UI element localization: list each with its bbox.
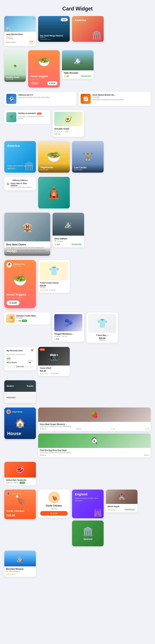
vegetarian-card[interactable]: 🥗 Vegetarian 326 People [38,141,70,172]
table-mountain-name: Table Mountain [64,72,92,74]
tshirt-sale-price: $20.00 [88,337,116,339]
grekelyn-card[interactable]: 🍜 Grekelyn Foodie Ways 30 Minute ★ 4.4 F… [4,312,50,324]
temple-icon: 🛕 [47,186,61,200]
vallencia-title: Vallencia win 5-0 [18,94,49,96]
grilled-card[interactable]: 🥩 Grilled Park Tenderolin 50 Minute 400 … [4,462,36,485]
stock-text: Lorem Ipsum is simply dummy text of the … [92,99,123,101]
hotel-image: ♡ [4,16,36,32]
modern-card[interactable]: Modern Ruistic Minimalist [4,380,36,403]
vallencia-card[interactable]: ⚽ Vallencia win 5-0 Lorem Ipsum is simpl… [4,92,76,106]
camera-title: Canon DSLR [40,367,68,369]
holiday-thumb: 🌴 [6,112,16,122]
user-avatar: 👨 [7,262,12,268]
house-avatar: 👤 [6,410,11,414]
mountain-rinopus-card[interactable]: ⛰️ Mountain Rinopus 📍 United Kingdom ★★★… [4,550,36,577]
roast-veggies-card[interactable]: 🥗 Roast Veggies Super Carb 255 Cal $ 15.… [28,50,60,88]
hotel-card[interactable]: ♡ Jewe Marriot Hotel ★★★★ 3.4 Ratings Gr… [4,16,36,46]
roast-phone-image: 🥗 [4,270,36,291]
grilled-time: 50 Minute [6,482,12,484]
hotel-big-image: 🏨 [4,213,50,241]
camera-rating: 4.0 [51,373,53,374]
vallencia-text: Lorem Ipsum is simply dummy text of the … [18,96,49,98]
spanyol-card: 🏛️ Spanyol [72,520,104,546]
house-card[interactable]: 🏠 👤 Inkiger Realty House [4,408,36,439]
home-made-image: 🍓 [38,408,151,422]
garlic-light-image: 🍗 [48,492,60,503]
sea-hotel-title: Sea Hotel Merge Warriot [40,34,68,37]
delivery-address-card: Delivery Address 🏠 Home, Main & Other Ad… [4,177,36,190]
tshirt-sale-title: T-Shirt Man ... [88,334,116,336]
ama-dablam-image: ⛰️ [53,213,84,236]
roast-phone-price: $ 15.00 [7,300,20,305]
pin-icon: 📍 [54,240,56,242]
avocado-image: 🥑 [54,112,82,126]
grekelyn-rating: 4.4 [19,320,21,322]
home-made-card[interactable]: 🍓 Home Made Yougurt Blueberry ... Lorem … [38,408,151,431]
balance-label: Balance [28,360,34,362]
hotel-per-night: per night [29,43,34,44]
sea-hotel-card[interactable]: View Sea Hotel Merge Warriot Maldives 12… [38,16,70,42]
yogurt-time: 20 Minute [54,336,61,337]
mount-papua-card[interactable]: 🏰 Mount Papua ★★★★★ Discount 11% [106,490,137,512]
avocado-cal: 150 Cal [54,133,82,135]
stock-market-card[interactable]: 📈 Stock Market Bullish Up... 12/11/2020 … [79,92,151,106]
america-blue-card: America Simple and powerfull apps hybrid… [4,141,36,172]
garlic-dark-avatar: 👤 [6,491,11,496]
fried-rice-card[interactable]: 🍳 ▶ Fried Rice Egg Ricas Easy Steps Lore… [38,434,151,458]
tshirt-anime-card[interactable]: 👕 T-Shirt Anime Casual $16.00 Standard ★… [38,260,70,293]
delivery-main: Home, Main & Other Address [11,182,34,186]
fried-rice-cal: 400 Cal [144,454,149,456]
hotel-big-label: Hotel [7,249,48,254]
low-cardio-card[interactable]: 🏋️ Low Cardio 525 People [72,141,104,172]
grilled-tag: Food [20,482,25,484]
ama-dablam-location: Tanzania [57,240,63,242]
edit-profile-button[interactable]: Edit Profile [7,365,34,368]
healthy-food-title: Healthy Food [6,76,24,78]
house-label: House [7,431,21,436]
expiry-label: Expiry [7,356,11,358]
holiday-text: Lorem Ipsum is simply dummy text of the … [18,116,48,120]
camera-card[interactable]: 📷 15% Canon DSLR $10.00 ★★★★★ 4.0 40 Sal… [38,347,70,376]
hotel-big-overlay: Hotel [4,246,50,256]
england-card: England Simple and powerfull apps hybrid… [72,490,104,518]
grilled-image: 🥩 [4,462,36,478]
yogurt-card[interactable]: 🫐 Yougurt Blueberry ... 20 Minute 100 Ca… [53,312,84,342]
tshirt-anime-rating: 4.6 [51,289,53,291]
low-cardio-overlay: Low Cardio 525 People [72,164,104,172]
personal-card-title: My Personal Card [7,350,22,352]
home-made-time: 20 Minute [40,428,46,430]
tshirt-anime-price: $16.00 [40,284,68,287]
user-sub: Super Cook [13,265,25,267]
roast-phone-card[interactable]: 👨 Matthew Wia Super Cook 🥗 Roast Veggies… [4,260,36,308]
tshirt-sale-card[interactable]: 👕 T-Shirt Man ... $20.00 216 Sale [86,312,118,343]
play-button[interactable]: ▶ [92,438,97,443]
name-label: Name [7,360,17,362]
garlic-light-card[interactable]: 🍗 Garlic Chicken 300 Cal $ 15.00 [38,490,70,518]
vallencia-thumb: ⚽ [6,94,16,104]
hotel-stars: ★★★★ [6,36,34,38]
modern-label: Modern [7,385,14,387]
america-blue-title: America [7,144,33,148]
grekelyn-image: 🍜 [6,314,15,323]
avocado-card[interactable]: 🥑 Avocado recipe ★★★★★ (200) 150 Cal [53,110,84,137]
healthy-food-card[interactable]: 🥦 Healthy Food 929 People [4,50,26,82]
garlic-light-price[interactable]: $ 15.00 [40,511,68,516]
ama-dablam-discount: Discount 15% [71,243,82,246]
card-name: Alissa Hearth [7,362,17,364]
holiday-card[interactable]: 🌴 Holiday on pandemi New Lorem Ipsum is … [4,110,50,124]
ama-dablam-card[interactable]: ⛰️ Ama Dablam 📍 Tanzania ⭐ 4.3 Discount … [53,213,84,247]
ama-dablam-rating: ⭐ 4.3 [54,243,60,246]
rinopus-pin-icon: 📍 [6,570,8,572]
stock-title: Stock Market Bullish Up... [92,94,123,96]
hotel-big-card[interactable]: 🏨 Hotel Best Hotel Choice Lorem ipsum is… [4,213,50,256]
view-button[interactable]: View [61,18,68,21]
table-mountain-image: 🏔️ [62,50,94,70]
mount-papua-image: 🏰 [106,490,137,504]
table-mountain-card[interactable]: 🏔️ Table Mountain ⭐ 4.1 Discount 11% [62,50,94,79]
garlic-dark-card[interactable]: 👤 Inkiger Realty 🍗 Garlic Chicken $15.00 [4,490,36,519]
spanyol-icon: 🏛️ [83,526,93,536]
yogurt-cal: 100 Cal [62,336,67,337]
holiday-badge: New [37,112,42,114]
home-made-title: Home Made Yougurt Blueberry ... [40,423,149,425]
tshirt-anime-image: 👕 [40,262,68,280]
